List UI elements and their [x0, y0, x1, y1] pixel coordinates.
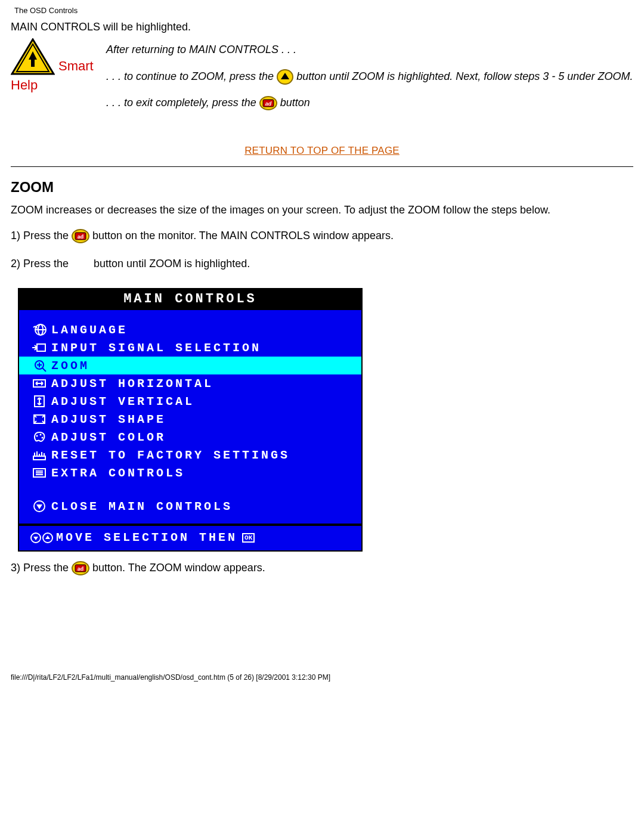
osd-row-label: ADJUST COLOR: [51, 431, 166, 444]
step-3: 3) Press the ad button. The ZOOM window …: [11, 561, 633, 575]
zoom-heading: ZOOM: [11, 179, 633, 196]
header-path: The OSD Controls: [0, 0, 644, 17]
osd-row-label: ADJUST SHAPE: [51, 413, 166, 426]
svg-text:ad: ad: [78, 234, 84, 240]
color-icon: [27, 430, 51, 444]
svg-line-15: [42, 368, 46, 371]
step1-b: button on the monitor. The MAIN CONTROLS…: [92, 230, 394, 241]
osd-row-input: INPUT SIGNAL SELECTION: [19, 339, 361, 357]
svg-text:ad: ad: [78, 566, 84, 572]
step1-a: 1) Press the: [11, 230, 72, 241]
step3-a: 3) Press the: [11, 562, 72, 574]
smart-label: Smart: [58, 60, 94, 76]
svg-marker-34: [45, 535, 50, 539]
osd-row-shape: ADJUST SHAPE: [19, 410, 361, 428]
svg-point-21: [36, 435, 38, 437]
globe-icon: [27, 323, 51, 337]
svg-marker-32: [33, 537, 38, 540]
exit-part2: button: [280, 97, 310, 109]
svg-text:ad: ad: [265, 101, 272, 107]
zoom-icon: [27, 358, 51, 373]
osd-ok-indicator: OK: [242, 533, 255, 543]
osd-row-label: INPUT SIGNAL SELECTION: [51, 341, 261, 355]
zoom-intro: ZOOM increases or decreases the size of …: [11, 203, 633, 217]
step-2: 2) Press the button until ZOOM is highli…: [11, 258, 633, 270]
return-to-top-link[interactable]: RETURN TO TOP OF THE PAGE: [244, 145, 400, 156]
smart-help-left: Smart Help: [11, 38, 106, 93]
osd-row-close: CLOSE MAIN CONTROLS: [19, 497, 361, 515]
step-1: 1) Press the ad button on the monitor. T…: [11, 229, 633, 243]
osd-row-label: LANGUAGE: [51, 323, 128, 337]
warning-icon: [11, 38, 55, 76]
svg-point-22: [40, 434, 42, 436]
continue-part1: . . . to continue to ZOOM, press the: [106, 70, 277, 82]
svg-rect-13: [37, 344, 45, 351]
ok-button-icon: ad: [259, 96, 277, 110]
step2-b: button until ZOOM is highlighted.: [94, 258, 250, 270]
osd-row-label: ADJUST HORIZONTAL: [51, 377, 213, 391]
exit-part1: . . . to exit completely, press the: [106, 97, 259, 109]
osd-row-color: ADJUST COLOR: [19, 428, 361, 446]
vert-icon: [27, 394, 51, 408]
intro-text: MAIN CONTROLS will be highlighted.: [11, 21, 633, 33]
up-button-icon: [277, 69, 293, 85]
osd-row-globe: LANGUAGE: [19, 321, 361, 339]
osd-body: LANGUAGEINPUT SIGNAL SELECTIONZOOMADJUST…: [19, 310, 361, 524]
osd-row-extra: EXTRA CONTROLS: [19, 464, 361, 482]
svg-marker-30: [36, 504, 42, 509]
osd-row-zoom: ZOOM: [19, 357, 361, 374]
osd-row-label: ADJUST VERTICAL: [51, 395, 194, 408]
osd-row-vert: ADJUST VERTICAL: [19, 392, 361, 410]
osd-row-horiz: ADJUST HORIZONTAL: [19, 374, 361, 392]
return-to-top: RETURN TO TOP OF THE PAGE: [11, 144, 633, 157]
input-icon: [27, 340, 51, 355]
svg-rect-24: [33, 456, 45, 460]
ok-button-icon: ad: [72, 561, 89, 575]
move-selection-icon: [27, 531, 56, 544]
step2-a: 2) Press the: [11, 258, 72, 270]
osd-row-reset: RESET TO FACTORY SETTINGS: [19, 446, 361, 464]
osd-footer: MOVE SELECTION THEN OK: [19, 524, 361, 550]
shape-icon: [27, 412, 51, 426]
osd-row-label: EXTRA CONTROLS: [51, 466, 185, 480]
ok-button-icon: ad: [72, 229, 89, 243]
continue-line: . . . to continue to ZOOM, press the but…: [106, 67, 633, 86]
footer-path: file:///D|/rita/LF2/LF2/LFa1/multi_manua…: [0, 673, 644, 689]
after-returning-line: After returning to MAIN CONTROLS . . .: [106, 41, 633, 59]
osd-title: MAIN CONTROLS: [19, 289, 361, 310]
close-icon: [27, 499, 51, 513]
osd-close-label: CLOSE MAIN CONTROLS: [51, 500, 233, 513]
help-label: Help: [11, 78, 106, 93]
extra-icon: [27, 466, 51, 480]
osd-row-label: ZOOM: [51, 359, 89, 373]
horiz-icon: [27, 376, 51, 391]
reset-icon: [27, 448, 51, 462]
osd-row-label: RESET TO FACTORY SETTINGS: [51, 448, 290, 462]
step3-b: button. The ZOOM window appears.: [92, 562, 265, 574]
osd-footer-text: MOVE SELECTION THEN: [56, 531, 237, 544]
osd-screen: MAIN CONTROLS LANGUAGEINPUT SIGNAL SELEC…: [18, 288, 363, 552]
exit-line: . . . to exit completely, press the ad b…: [106, 94, 633, 112]
svg-point-23: [42, 437, 44, 439]
continue-part2: button until ZOOM is highlighted. Next, …: [296, 70, 633, 82]
divider: [11, 166, 633, 167]
smart-help-block: Smart Help After returning to MAIN CONTR…: [11, 38, 633, 120]
smart-help-text: After returning to MAIN CONTROLS . . . .…: [106, 38, 633, 120]
